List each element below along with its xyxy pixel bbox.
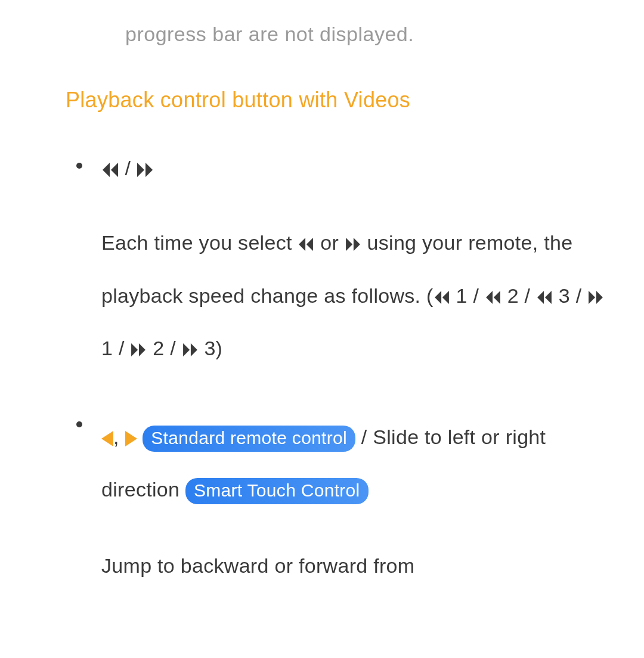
fastforward-icon [136, 163, 154, 177]
pill-standard-remote: Standard remote control [143, 426, 355, 452]
bullet-dot-icon [76, 421, 82, 427]
comma-text: , [113, 426, 125, 448]
bullet-dot-icon [76, 163, 82, 169]
slash-separator: / [119, 157, 136, 179]
body-text: or [314, 231, 344, 254]
speed-level: 1 / [450, 284, 485, 307]
bullet-item-speed: / Each time you select or using your rem… [72, 152, 614, 375]
fastforward-icon [130, 343, 147, 356]
speed-level: 3) [199, 337, 223, 359]
item-body-speed: Each time you select or using your remot… [101, 216, 614, 374]
triangle-left-icon [101, 431, 113, 446]
rewind-icon [536, 291, 553, 304]
speed-level: 1 / [101, 337, 130, 359]
rewind-icon [434, 291, 450, 304]
bullet-item-jump: , Standard remote control / Slide to lef… [72, 411, 614, 592]
previous-fragment-text: progress bar are not displayed. [125, 18, 614, 50]
speed-level: 2 / [147, 337, 181, 359]
section-heading: Playback control button with Videos [66, 83, 614, 117]
rewind-icon [485, 291, 501, 304]
fastforward-icon [587, 291, 604, 304]
bullet-list: / Each time you select or using your rem… [72, 152, 614, 592]
speed-level: 3 / [553, 284, 587, 307]
pill-smart-touch: Smart Touch Control [185, 478, 369, 504]
item-header-jump: , Standard remote control / Slide to lef… [101, 411, 614, 516]
item-header-rewind-forward: / [101, 152, 614, 184]
rewind-icon [298, 238, 314, 251]
triangle-right-icon [125, 431, 137, 446]
fastforward-icon [345, 238, 361, 251]
speed-level: 2 / [501, 284, 536, 307]
body-text: Each time you select [101, 231, 298, 254]
fastforward-icon [182, 343, 199, 356]
item-body-jump: Jump to backward or forward from [101, 539, 614, 592]
rewind-icon [101, 163, 119, 177]
